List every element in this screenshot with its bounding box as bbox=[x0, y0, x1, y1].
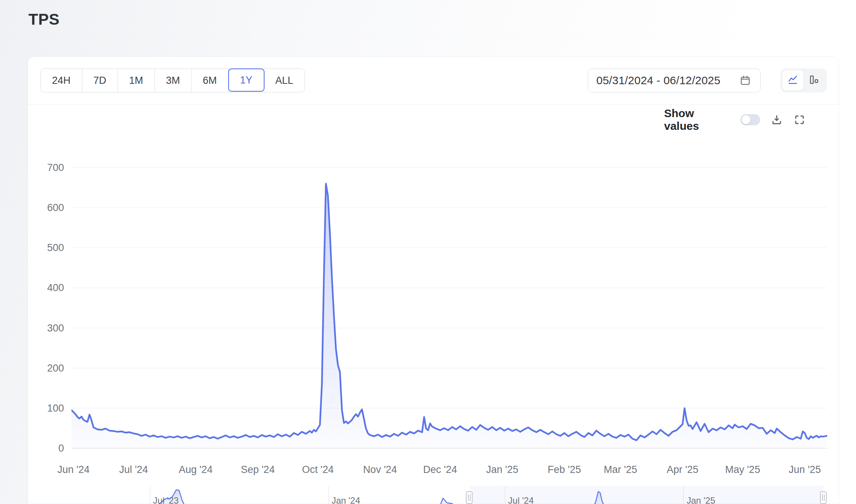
series-area bbox=[71, 184, 827, 448]
bar-chart-toggle[interactable] bbox=[803, 70, 824, 91]
toggle-knob bbox=[742, 115, 750, 124]
fullscreen-icon[interactable] bbox=[793, 113, 806, 126]
range-button-1y[interactable]: 1Y bbox=[228, 68, 265, 92]
navigator-tick-label: Jul '23 bbox=[153, 495, 179, 504]
date-range-value: 05/31/2024 - 06/12/2025 bbox=[596, 74, 721, 87]
show-values-label: Show values bbox=[664, 107, 731, 132]
x-tick-label: Aug '24 bbox=[171, 464, 220, 476]
x-tick-label: Mar '25 bbox=[596, 464, 645, 476]
y-tick-label: 200 bbox=[32, 363, 64, 374]
range-button-1m[interactable]: 1M bbox=[118, 69, 155, 92]
y-tick-label: 0 bbox=[32, 443, 64, 454]
x-tick-label: Apr '25 bbox=[658, 464, 707, 476]
page-title: TPS bbox=[28, 10, 59, 28]
range-button-7d[interactable]: 7D bbox=[82, 69, 118, 92]
range-button-all[interactable]: ALL bbox=[264, 69, 305, 92]
chart-controls: Show values bbox=[664, 112, 806, 128]
x-tick-label: Jul '24 bbox=[109, 464, 158, 476]
line-chart-toggle[interactable] bbox=[782, 70, 803, 91]
main-chart bbox=[71, 164, 827, 449]
chart-panel: 24H 7D 1M 3M 6M 1Y ALL 05/31/2024 - 06/1… bbox=[28, 56, 839, 504]
toolbar: 24H 7D 1M 3M 6M 1Y ALL 05/31/2024 - 06/1… bbox=[28, 57, 838, 105]
x-tick-label: Oct '24 bbox=[294, 464, 342, 476]
x-tick-label: Jun '25 bbox=[780, 464, 829, 476]
calendar-icon bbox=[739, 74, 752, 87]
y-tick-label: 100 bbox=[32, 403, 64, 414]
x-tick-label: May '25 bbox=[718, 464, 767, 476]
series-line bbox=[71, 184, 827, 440]
range-button-3m[interactable]: 3M bbox=[155, 69, 192, 92]
y-tick-label: 500 bbox=[32, 242, 64, 254]
x-tick-label: Jun '24 bbox=[49, 464, 98, 476]
x-tick-label: Sep '24 bbox=[233, 464, 282, 476]
date-range-picker[interactable]: 05/31/2024 - 06/12/2025 bbox=[588, 68, 761, 92]
line-chart-icon bbox=[787, 74, 798, 87]
navigator-tick-label: Jan '24 bbox=[331, 495, 360, 504]
y-tick-label: 400 bbox=[32, 282, 64, 294]
download-icon[interactable] bbox=[770, 113, 783, 126]
x-tick-label: Feb '25 bbox=[540, 464, 588, 476]
time-range-group: 24H 7D 1M 3M 6M 1Y ALL bbox=[40, 68, 305, 92]
y-tick-label: 300 bbox=[32, 323, 64, 334]
range-button-24h[interactable]: 24H bbox=[41, 69, 82, 92]
y-tick-label: 600 bbox=[32, 202, 64, 214]
navigator-handle-left[interactable] bbox=[466, 492, 472, 504]
show-values-toggle[interactable] bbox=[740, 114, 760, 125]
toolbar-divider bbox=[28, 104, 838, 105]
navigator-handle-right[interactable] bbox=[820, 492, 826, 504]
x-tick-label: Nov '24 bbox=[356, 464, 404, 476]
navigator-tick-label: Jul '24 bbox=[508, 495, 534, 504]
chart-type-toggle bbox=[780, 68, 827, 92]
y-tick-label: 700 bbox=[32, 162, 64, 174]
range-button-6m[interactable]: 6M bbox=[192, 69, 229, 92]
gridlines bbox=[71, 168, 827, 448]
x-tick-label: Dec '24 bbox=[416, 464, 464, 476]
x-tick-label: Jan '25 bbox=[478, 464, 526, 476]
bar-chart-icon bbox=[808, 74, 819, 87]
navigator-tick-label: Jan '25 bbox=[687, 495, 715, 504]
